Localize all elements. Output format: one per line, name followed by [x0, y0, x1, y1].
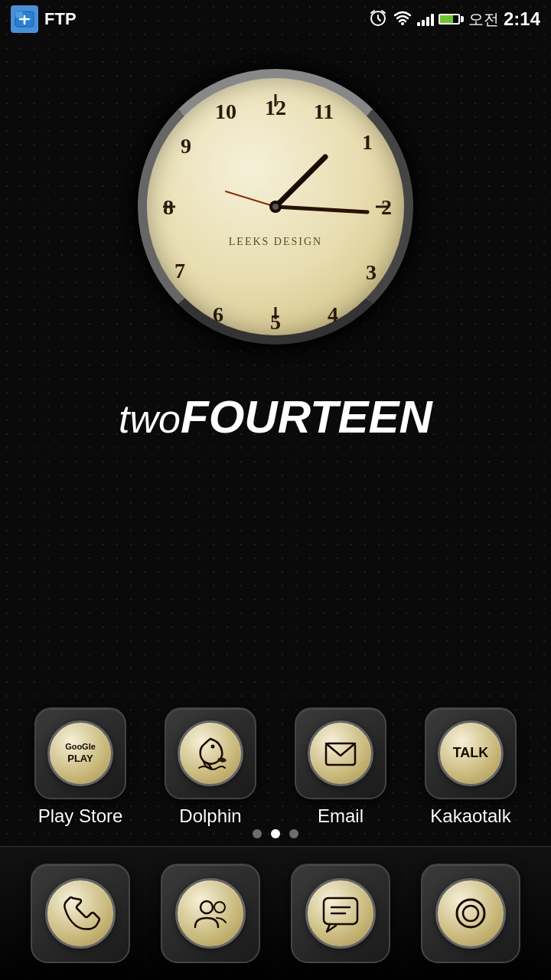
- time-word: twoFOURTEEN: [119, 394, 432, 442]
- alarm-icon: [368, 8, 388, 31]
- svg-text:6: 6: [213, 302, 223, 326]
- app-icon-wrapper-play-store: GooGle PLAY Play Store: [23, 707, 138, 827]
- status-right: 오전 2:14: [368, 8, 540, 31]
- battery-icon: [439, 14, 464, 24]
- wifi-icon: [393, 8, 412, 31]
- svg-text:9: 9: [181, 134, 191, 158]
- dock-messages-inner: [305, 878, 376, 949]
- svg-text:PLAY: PLAY: [67, 753, 93, 764]
- svg-point-32: [214, 902, 225, 913]
- camera-svg: [448, 890, 494, 936]
- play-store-icon-inner: GooGle PLAY: [47, 720, 113, 786]
- svg-text:4: 4: [328, 302, 338, 326]
- contacts-svg: [187, 890, 233, 936]
- app-icon-wrapper-email: Email: [283, 707, 398, 827]
- email-icon[interactable]: [295, 707, 386, 799]
- svg-line-20: [276, 157, 325, 207]
- dock-phone-inner: [45, 878, 116, 949]
- svg-text:TALK: TALK: [453, 745, 489, 760]
- dolphin-icon-inner: [178, 720, 243, 786]
- email-svg: [320, 733, 361, 774]
- dock-camera-icon[interactable]: [421, 864, 520, 963]
- svg-text:7: 7: [174, 259, 185, 283]
- app-icon-wrapper-dolphin: Dolphin: [153, 707, 268, 827]
- time-display: twoFOURTEEN: [119, 390, 432, 443]
- svg-text:LEEKS DESIGN: LEEKS DESIGN: [229, 236, 322, 247]
- dock-phone-icon[interactable]: [31, 864, 130, 963]
- svg-line-22: [226, 191, 276, 207]
- kakaotalk-label: Kakaotalk: [430, 805, 510, 827]
- dot-3[interactable]: [289, 829, 298, 838]
- time-small: two: [119, 397, 181, 441]
- dolphin-label: Dolphin: [179, 805, 241, 827]
- phone-svg: [57, 890, 103, 936]
- svg-point-31: [201, 901, 213, 913]
- status-time: 2:14: [504, 8, 540, 30]
- status-left: FTP: [11, 5, 77, 33]
- dock-messages-icon[interactable]: [291, 864, 390, 963]
- signal-icon: [417, 12, 434, 26]
- play-store-label: Play Store: [38, 805, 123, 827]
- time-large: FOURTEEN: [181, 391, 432, 443]
- dock: [0, 846, 551, 980]
- clock-widget: 12 1 2 3 4 5 6 7 8 9 10 11: [130, 46, 421, 368]
- app-icons-area: GooGle PLAY Play Store: [0, 707, 551, 835]
- dolphin-svg: [190, 733, 231, 774]
- app-icon-wrapper-kakaotalk: TALK Kakaotalk: [413, 707, 528, 827]
- dock-camera-inner: [435, 878, 506, 949]
- clock-face: 12 1 2 3 4 5 6 7 8 9 10 11: [138, 69, 413, 345]
- play-store-icon[interactable]: GooGle PLAY: [34, 707, 126, 799]
- svg-point-37: [463, 906, 478, 921]
- svg-point-24: [272, 204, 279, 210]
- messages-svg: [318, 890, 364, 936]
- dock-contacts-icon[interactable]: [161, 864, 260, 963]
- svg-line-21: [276, 207, 367, 212]
- ftp-app-icon[interactable]: [11, 5, 38, 33]
- svg-text:GooGle: GooGle: [65, 742, 96, 751]
- status-bar: FTP: [0, 0, 551, 38]
- svg-point-28: [211, 745, 215, 749]
- svg-text:11: 11: [314, 100, 334, 123]
- dot-1[interactable]: [253, 829, 262, 838]
- svg-rect-1: [15, 11, 23, 18]
- kakaotalk-svg: TALK: [450, 733, 491, 774]
- clock-svg: 12 1 2 3 4 5 6 7 8 9 10 11: [149, 80, 402, 333]
- dolphin-icon[interactable]: [165, 707, 256, 799]
- ftp-label: FTP: [44, 9, 77, 29]
- dots-indicator: [253, 829, 298, 838]
- dock-contacts-inner: [175, 878, 246, 949]
- app-icons-row: GooGle PLAY Play Store: [15, 707, 536, 827]
- svg-point-3: [401, 22, 404, 25]
- svg-text:10: 10: [215, 100, 236, 123]
- svg-text:3: 3: [366, 260, 377, 284]
- svg-point-36: [457, 900, 484, 927]
- am-pm-label: 오전: [468, 9, 499, 30]
- kakaotalk-icon-inner: TALK: [438, 720, 504, 786]
- svg-rect-33: [324, 898, 357, 924]
- email-icon-inner: [308, 720, 373, 786]
- email-label: Email: [318, 805, 364, 827]
- dot-2[interactable]: [271, 829, 280, 838]
- kakaotalk-icon[interactable]: TALK: [425, 707, 517, 799]
- play-store-svg: GooGle PLAY: [60, 733, 101, 774]
- svg-text:1: 1: [362, 130, 373, 154]
